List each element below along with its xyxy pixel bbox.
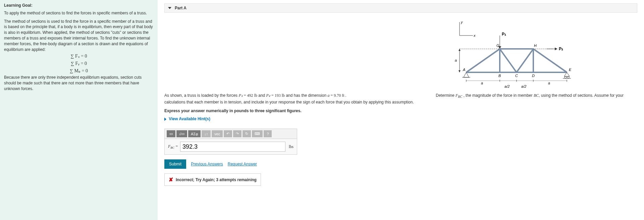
dim-a-v: a xyxy=(455,58,457,62)
eq-sum-fy: ∑ Fᵧ = 0 xyxy=(4,60,154,67)
answer-box: ▭ √▭ ΑΣφ ↓↑ vec ↶ ↷ ↻ ⌨ ? FBC = lbs xyxy=(164,129,297,155)
svg-line-9 xyxy=(517,49,533,72)
answer-variable-label: FBC = xyxy=(168,144,178,149)
dim-a1: a xyxy=(481,81,483,85)
keyboard-button[interactable]: ⌨ xyxy=(252,130,263,137)
axis-y-label: y xyxy=(461,20,463,24)
sqrt-button[interactable]: √▭ xyxy=(176,130,187,137)
load-p2-label: P₂ xyxy=(559,47,563,51)
template-button[interactable]: ▭ xyxy=(167,130,175,137)
feedback-text: Incorrect; Try Again; 3 attempts remaini… xyxy=(176,177,257,182)
view-hints-link[interactable]: View Available Hint(s) xyxy=(164,117,210,121)
node-c: C xyxy=(515,74,518,78)
svg-point-14 xyxy=(567,76,569,78)
learning-goal-p3: Because there are only three independent… xyxy=(4,75,154,91)
svg-line-5 xyxy=(533,49,567,72)
node-h: H xyxy=(534,44,537,48)
reset-button[interactable]: ↻ xyxy=(243,130,251,137)
question-text: As shown, a truss is loaded by the force… xyxy=(164,92,637,105)
dim-ah2: a/2 xyxy=(521,84,526,88)
node-b: B xyxy=(498,74,501,78)
greek-button[interactable]: ΑΣφ xyxy=(188,130,201,137)
updown-button[interactable]: ↓↑ xyxy=(202,130,211,137)
answer-instruction: Express your answer numerically in pound… xyxy=(164,108,637,113)
svg-marker-23 xyxy=(459,49,461,51)
feedback-box: ✘ Incorrect; Try Again; 3 attempts remai… xyxy=(164,173,261,186)
previous-answers-link[interactable]: Previous Answers xyxy=(191,162,223,166)
request-answer-link[interactable]: Request Answer xyxy=(228,162,257,166)
part-a-header[interactable]: Part A xyxy=(164,3,637,13)
truss-svg: y x xyxy=(449,19,597,89)
equation-toolbar: ▭ √▭ ΑΣφ ↓↑ vec ↶ ↷ ↻ ⌨ ? xyxy=(165,129,297,139)
caret-right-icon xyxy=(164,118,166,121)
dim-ah1: a/2 xyxy=(504,84,509,88)
svg-marker-24 xyxy=(459,70,461,72)
eq-sum-mo: ∑ Mₒ = 0 xyxy=(4,68,154,74)
axis-x-label: x xyxy=(473,33,476,38)
caret-down-icon xyxy=(168,7,171,9)
svg-point-13 xyxy=(565,76,567,78)
node-e: E xyxy=(569,68,572,72)
dim-a2: a xyxy=(548,81,550,85)
svg-line-4 xyxy=(466,49,500,72)
svg-marker-10 xyxy=(464,72,469,77)
truss-figure: y x xyxy=(164,19,637,89)
part-label: Part A xyxy=(175,6,186,10)
vec-button[interactable]: vec xyxy=(212,130,223,137)
learning-goal-panel: Learning Goal: To apply the method of se… xyxy=(0,0,158,220)
learning-goal-heading: Learning Goal: xyxy=(4,3,154,8)
submit-button[interactable]: Submit xyxy=(164,159,186,169)
main-content: Part A y x xyxy=(158,0,644,220)
incorrect-icon: ✘ xyxy=(169,176,173,183)
learning-goal-p2: The method of sections is used to find t… xyxy=(4,19,154,53)
load-p1-label: P₁ xyxy=(502,32,506,36)
node-g: G xyxy=(496,44,499,48)
answer-unit: lbs xyxy=(289,144,293,149)
help-button[interactable]: ? xyxy=(264,130,272,137)
redo-button[interactable]: ↷ xyxy=(233,130,241,137)
node-a: A xyxy=(463,68,465,72)
answer-input[interactable] xyxy=(180,142,285,152)
svg-marker-21 xyxy=(555,48,557,50)
undo-button[interactable]: ↶ xyxy=(224,130,232,137)
node-d: D xyxy=(532,74,535,78)
svg-line-8 xyxy=(500,49,517,72)
learning-goal-p1: To apply the method of sections to find … xyxy=(4,10,154,16)
eq-sum-fx: ∑ Fₓ = 0 xyxy=(4,53,154,60)
